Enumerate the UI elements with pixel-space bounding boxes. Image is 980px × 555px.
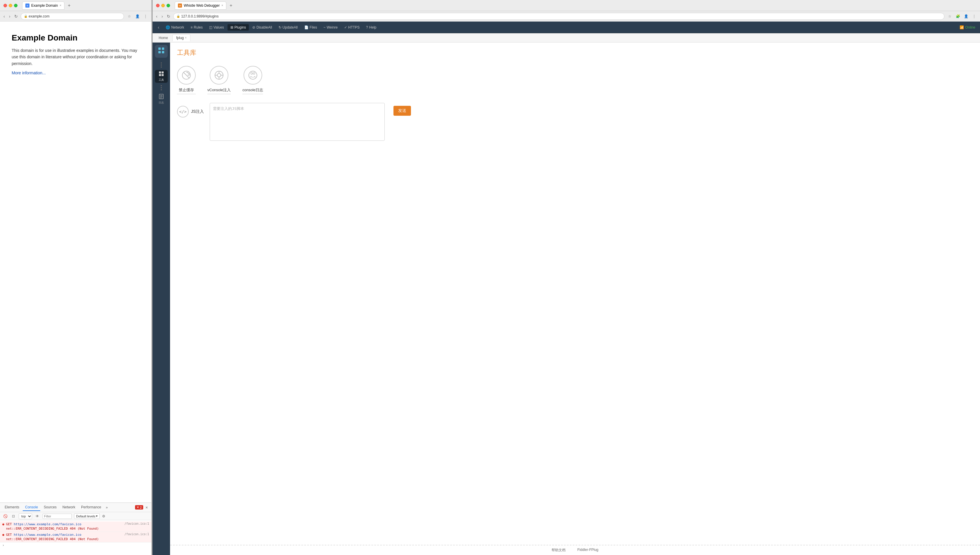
devtools-error-badge: ✕ 2: [135, 505, 143, 510]
whistle-tab[interactable]: w Whistle Web Debugger ×: [175, 2, 227, 10]
dot-6: [161, 89, 162, 90]
nav-files-btn[interactable]: 📄 Files: [301, 24, 320, 30]
tool-disable-cache[interactable]: 禁止缓存: [177, 66, 196, 94]
tab-home[interactable]: Home: [155, 34, 172, 42]
entry-text-2: GET https://www.example.com/favicon.ico …: [6, 533, 123, 542]
address-bar-right[interactable]: 🔒 127.0.0.1:8899/#plugins: [173, 13, 945, 20]
error-icon-2: ●: [2, 533, 4, 537]
entry-link-2[interactable]: https://www.example.com/favicon.ico: [14, 533, 81, 537]
page-content-left: Example Domain This domain is for use in…: [0, 22, 151, 502]
devtools-tab-sources[interactable]: Sources: [42, 504, 59, 511]
menu-icon-left[interactable]: ⋮: [142, 13, 149, 20]
close-button-right[interactable]: [156, 4, 159, 7]
extension-icon-right[interactable]: 🧩: [954, 13, 961, 20]
console-toggle-icon[interactable]: ⊡: [11, 513, 16, 519]
entry-get-prefix-2: GET: [6, 533, 14, 537]
devtools-panel: Elements Console Sources Network Perform…: [0, 502, 151, 555]
devtools-tab-network[interactable]: Network: [60, 504, 77, 511]
js-inject-textarea[interactable]: [210, 103, 385, 141]
sidebar-item-logs[interactable]: 日志: [155, 93, 168, 106]
forward-button-right[interactable]: ›: [161, 13, 164, 19]
svg-rect-1: [162, 48, 164, 50]
profile-icon-left[interactable]: 👤: [134, 13, 141, 20]
profile-icon-right[interactable]: 👤: [962, 13, 969, 20]
close-button-left[interactable]: [3, 4, 7, 7]
tool-vconsole[interactable]: vConsole注入: [207, 66, 231, 94]
nav-https-btn[interactable]: ✓ HTTPS: [341, 24, 363, 30]
console-filter-input[interactable]: [43, 513, 72, 519]
nav-bar-left: ‹ › ↻ 🔒 example.com ☆ 👤 ⋮: [0, 11, 151, 22]
page-paragraph1: This domain is for use in illustrative e…: [12, 47, 140, 67]
minimize-button-right[interactable]: [161, 4, 165, 7]
footer-fplug-link[interactable]: Fiddler-FPlug: [577, 548, 598, 553]
new-tab-button-right[interactable]: +: [228, 2, 235, 9]
dot-1: [161, 63, 162, 64]
address-text-right: 127.0.0.1:8899/#plugins: [181, 14, 218, 18]
example-domain-tab[interactable]: e Example Domain ×: [22, 2, 64, 10]
svg-rect-7: [162, 74, 164, 76]
vconsole-circle: [210, 66, 228, 85]
devtools-more-btn[interactable]: »: [105, 504, 109, 511]
js-inject-label-group: </> JS注入: [177, 106, 204, 117]
svg-rect-5: [162, 71, 164, 74]
nav-rules-btn[interactable]: ≡ Rules: [188, 24, 206, 30]
send-button[interactable]: 发送: [394, 106, 411, 116]
reload-button-left[interactable]: ↻: [13, 13, 19, 19]
menu-icon-right[interactable]: ⋮: [971, 13, 978, 20]
console-log-circle: [244, 66, 262, 85]
nav-updateall-btn[interactable]: ↻ UpdateAll: [276, 24, 301, 30]
new-tab-button-left[interactable]: +: [66, 2, 72, 9]
entry-source-2: /favicon.ico:1: [125, 533, 149, 536]
devtools-tab-elements[interactable]: Elements: [2, 504, 22, 511]
bookmark-icon-left[interactable]: ☆: [126, 13, 133, 20]
nav-back-btn[interactable]: ‹: [155, 24, 162, 31]
sidebar-item-tools[interactable]: 工具: [155, 70, 168, 83]
tab-home-label: Home: [159, 36, 168, 40]
more-info-link[interactable]: More information...: [12, 71, 46, 75]
console-settings-icon[interactable]: ⚙: [102, 514, 105, 518]
nav-disableall-label: DisableAll: [256, 26, 272, 29]
nav-plugins-btn[interactable]: ⊞ Plugins: [228, 24, 249, 30]
svg-point-22: [251, 72, 252, 74]
maximize-button-right[interactable]: [167, 4, 170, 7]
console-context-select[interactable]: top: [19, 513, 32, 519]
code-icon: </>: [179, 109, 186, 114]
entry-error-text-1: net::ERR_CONTENT_DECODING_FAILED 404 (No…: [6, 527, 99, 531]
tab-close-left[interactable]: ×: [59, 4, 61, 7]
footer-help-link[interactable]: 帮助文档: [551, 548, 566, 553]
tab-fplug-close[interactable]: ×: [185, 36, 187, 39]
console-clear-icon[interactable]: 🚫: [2, 513, 8, 519]
minimize-button-left[interactable]: [9, 4, 12, 7]
sidebar-dots-top: [161, 61, 162, 69]
forward-button-left[interactable]: ›: [8, 13, 12, 19]
nav-values-btn[interactable]: ◫ Values: [206, 24, 227, 30]
sidebar-logo: [155, 45, 168, 58]
bookmark-icon-right[interactable]: ☆: [946, 13, 953, 20]
nav-rules-label: Rules: [194, 26, 203, 29]
address-bar-left[interactable]: 🔒 example.com: [21, 13, 124, 20]
svg-rect-6: [159, 74, 161, 76]
nav-icons-right: ☆ 🧩 👤 ⋮: [946, 13, 978, 20]
nav-help-btn[interactable]: ? Help: [363, 24, 379, 30]
devtools-tab-performance[interactable]: Performance: [79, 504, 104, 511]
traffic-lights-left: [3, 4, 18, 7]
reload-button-right[interactable]: ↻: [165, 13, 172, 19]
disable-cache-circle: [177, 66, 196, 85]
nav-weinre-btn[interactable]: ~ Weinre: [321, 24, 341, 30]
whistle-app: ‹ 🌐 Network ≡ Rules ◫ Values ⊞ Plugins: [153, 22, 980, 555]
devtools-tab-console[interactable]: Console: [23, 504, 40, 511]
nav-network-btn[interactable]: 🌐 Network: [163, 24, 187, 30]
default-levels-dropdown[interactable]: Default levels ▾: [74, 513, 100, 519]
back-button-right[interactable]: ‹: [155, 13, 159, 19]
nav-disableall-btn[interactable]: ⊘ DisableAll: [249, 24, 275, 30]
values-icon: ◫: [209, 26, 212, 29]
maximize-button-left[interactable]: [14, 4, 18, 7]
eye-icon[interactable]: 👁: [34, 513, 40, 519]
tab-close-right[interactable]: ×: [222, 4, 223, 7]
tab-fplug[interactable]: fplug ×: [172, 34, 190, 42]
nav-icons-left: ☆ 👤 ⋮: [126, 13, 149, 20]
tool-console-log[interactable]: console日志: [243, 66, 263, 94]
back-button-left[interactable]: ‹: [2, 13, 6, 19]
devtools-close-btn[interactable]: ×: [145, 505, 149, 510]
entry-link-1[interactable]: https://www.example.com/favicon.ico: [14, 522, 81, 526]
